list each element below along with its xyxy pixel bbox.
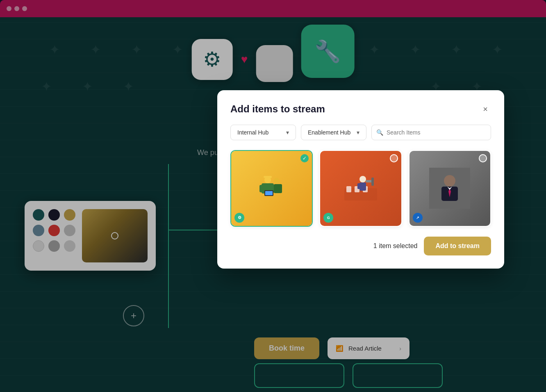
content-card-3[interactable]: ↗ On the ground with the CEO of BridgeCo (409, 150, 491, 227)
chevron-down-icon: ▾ (286, 129, 289, 136)
card-2-select-circle[interactable] (390, 154, 398, 162)
add-to-stream-button[interactable]: Add to stream (424, 237, 491, 255)
ceo-illustration (429, 168, 470, 209)
svg-rect-8 (265, 191, 273, 195)
svg-rect-10 (346, 186, 351, 192)
card-3-select-circle[interactable] (479, 154, 487, 162)
chevron-down-icon-2: ▾ (357, 129, 359, 136)
svg-rect-6 (274, 184, 282, 193)
search-wrap: 🔍 (371, 125, 491, 140)
filters-row: Internal Hub ▾ Enablement Hub ▾ 🔍 (230, 125, 491, 140)
svg-point-5 (274, 178, 280, 184)
add-items-modal: Add items to stream × Internal Hub ▾ Ena… (217, 90, 504, 269)
content-card-1[interactable]: ⚙ ✓ Ahead of the curve: Learn what sets … (230, 150, 313, 227)
card-3-badge: ↗ (413, 213, 423, 223)
search-icon: 🔍 (376, 129, 383, 136)
card-2-badge: G (323, 213, 333, 223)
card-1-body: Ahead of the curve: Learn what sets Widg… (231, 226, 312, 227)
card-1-thumbnail: ⚙ ✓ (231, 151, 312, 226)
svg-rect-3 (259, 185, 264, 192)
hub1-dropdown[interactable]: Internal Hub ▾ (230, 125, 296, 140)
hub1-label: Internal Hub (237, 129, 268, 136)
modal-header: Add items to stream × (230, 103, 491, 115)
workers-illustration (251, 168, 292, 209)
manufacturing-illustration (340, 168, 381, 209)
svg-rect-15 (357, 183, 361, 189)
modal-title: Add items to stream (230, 103, 325, 115)
selected-count-label: 1 item selected (373, 242, 418, 250)
modal-close-button[interactable]: × (480, 103, 491, 115)
search-input[interactable] (371, 125, 491, 140)
svg-rect-17 (371, 178, 374, 186)
card-1-select-circle[interactable]: ✓ (300, 154, 309, 162)
card-2-thumbnail: G (320, 151, 401, 226)
svg-point-1 (264, 177, 271, 183)
svg-point-13 (359, 176, 366, 182)
card-3-thumbnail: ↗ (410, 151, 490, 226)
modal-footer: 1 item selected Add to stream (230, 237, 491, 255)
card-2-body: Manufacturing sustainability practices (320, 226, 401, 227)
card-3-body: On the ground with the CEO of BridgeCo (410, 226, 490, 227)
content-cards-grid: ⚙ ✓ Ahead of the curve: Learn what sets … (230, 150, 491, 227)
card-1-badge: ⚙ (234, 213, 244, 223)
hub2-dropdown[interactable]: Enablement Hub ▾ (301, 125, 366, 140)
hub2-label: Enablement Hub (308, 129, 350, 136)
content-card-2[interactable]: G Manufacturing sustainability practices (319, 150, 402, 227)
svg-point-19 (444, 175, 455, 187)
